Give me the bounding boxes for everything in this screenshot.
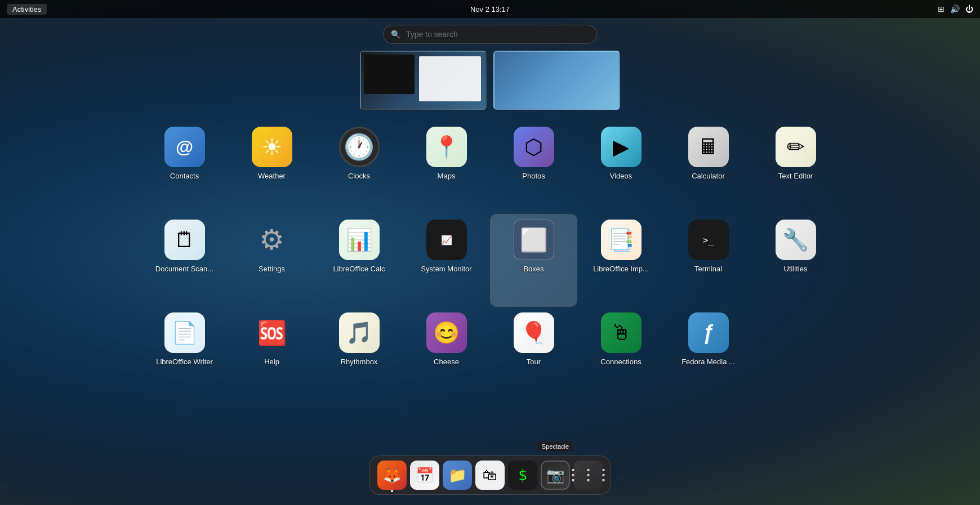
app-label-boxes: Boxes — [523, 265, 544, 273]
app-label-utilities: Utilities — [784, 265, 808, 273]
app-icon-doc-scanner[interactable]: 🗒Document Scan... — [141, 214, 228, 307]
volume-icon[interactable]: 🔊 — [950, 5, 960, 14]
app-icon-cheese[interactable]: 😊Cheese — [403, 307, 490, 400]
app-icon-videos[interactable]: ▶Videos — [577, 121, 665, 214]
app-icon-contacts[interactable]: @Contacts — [141, 121, 228, 214]
app-icon-text-editor[interactable]: ✏Text Editor — [752, 121, 839, 214]
app-label-text-editor: Text Editor — [778, 172, 813, 180]
dock-dot-firefox — [391, 490, 393, 492]
system-monitor-icon: 📈 — [426, 220, 467, 260]
maps-icon: 📍 — [426, 127, 467, 167]
contacts-icon: @ — [164, 127, 205, 167]
weather-icon: ☀ — [252, 127, 292, 167]
dock-icon-terminal-dock[interactable]: $ — [508, 461, 537, 490]
app-icon-photos[interactable]: ⬡Photos — [490, 121, 577, 214]
app-icon-system-monitor[interactable]: 📈System Monitor — [403, 214, 490, 307]
app-label-rhythmbox: Rhythmbox — [341, 357, 378, 366]
power-icon[interactable]: ⏻ — [965, 5, 973, 14]
dock-icon-files[interactable]: 📁 — [443, 461, 472, 490]
app-label-videos: Videos — [610, 172, 632, 180]
app-label-settings: Settings — [259, 265, 285, 273]
app-label-help: Help — [264, 357, 279, 366]
app-label-weather: Weather — [258, 172, 286, 180]
app-icon-calculator[interactable]: 🖩Calculator — [665, 121, 752, 214]
doc-scanner-icon: 🗒 — [164, 220, 205, 260]
app-icon-fedora-media[interactable]: ƒFedora Media ... — [665, 307, 752, 400]
app-label-libreoffice-writer: LibreOffice Writer — [156, 357, 213, 366]
app-grid: @Contacts☀Weather🕐Clocks📍Maps⬡Photos▶Vid… — [141, 121, 839, 400]
files-icon: 📁 — [448, 467, 466, 484]
calendar-icon: 📅 — [416, 467, 434, 484]
search-container: 🔍 — [383, 25, 597, 44]
app-label-fedora-media: Fedora Media ... — [681, 357, 735, 366]
app-label-clocks: Clocks — [348, 172, 370, 180]
dock-icon-calendar[interactable]: 📅 — [410, 461, 439, 490]
calculator-icon: 🖩 — [688, 127, 729, 167]
app-label-connections: Connections — [600, 357, 641, 366]
help-icon: 🆘 — [252, 312, 292, 353]
activities-button[interactable]: Activities — [7, 4, 47, 15]
dock-tooltip-spectacle: Spectacle — [537, 441, 573, 452]
app-label-libreoffice-impress: LibreOffice Imp... — [593, 265, 649, 273]
system-tray: ⊞ 🔊 ⏻ — [938, 5, 973, 14]
tour-icon: 🎈 — [514, 312, 554, 353]
libreoffice-calc-icon: 📊 — [339, 220, 380, 260]
firefox-icon: 🦊 — [383, 467, 401, 484]
search-icon: 🔍 — [391, 30, 400, 39]
app-icon-boxes[interactable]: ⬜Boxes — [490, 214, 577, 307]
window-preview-right[interactable] — [493, 51, 620, 110]
app-label-terminal: Terminal — [694, 265, 722, 273]
clock: Nov 2 13:17 — [470, 5, 510, 14]
connections-icon: 🖱 — [601, 312, 642, 353]
app-icon-libreoffice-impress[interactable]: 📑LibreOffice Imp... — [577, 214, 665, 307]
app-label-contacts: Contacts — [170, 172, 199, 180]
utilities-icon: 🔧 — [776, 220, 816, 260]
app-label-photos: Photos — [522, 172, 545, 180]
videos-icon: ▶ — [601, 127, 642, 167]
libreoffice-impress-icon: 📑 — [601, 220, 642, 260]
app-icon-utilities[interactable]: 🔧Utilities — [752, 214, 839, 307]
grid-apps-icon: ⋮⋮⋮ — [565, 468, 611, 482]
boxes-icon: ⬜ — [514, 220, 554, 260]
app-label-cheese: Cheese — [434, 357, 459, 366]
app-icon-maps[interactable]: 📍Maps — [403, 121, 490, 214]
search-input[interactable] — [383, 25, 597, 44]
terminal-icon: >_ — [688, 220, 729, 260]
dock-icon-grid-apps[interactable]: ⋮⋮⋮ — [573, 461, 603, 490]
app-icon-settings[interactable]: ⚙Settings — [228, 214, 315, 307]
dock: 🦊📅📁🛍$📷Spectacle⋮⋮⋮ — [369, 455, 611, 495]
app-label-calculator: Calculator — [692, 172, 725, 180]
settings-icon: ⚙ — [252, 220, 292, 260]
software-icon: 🛍 — [483, 467, 497, 484]
app-label-libreoffice-calc: LibreOffice Calc — [333, 265, 385, 273]
app-label-maps: Maps — [438, 172, 456, 180]
dock-icon-firefox[interactable]: 🦊 — [377, 461, 407, 490]
window-preview-left[interactable] — [360, 51, 487, 110]
app-icon-clocks[interactable]: 🕐Clocks — [315, 121, 403, 214]
app-icon-tour[interactable]: 🎈Tour — [490, 307, 577, 400]
spectacle-icon: 📷 — [546, 467, 564, 484]
cheese-icon: 😊 — [426, 312, 467, 353]
fedora-media-icon: ƒ — [688, 312, 729, 353]
app-icon-help[interactable]: 🆘Help — [228, 307, 315, 400]
app-icon-weather[interactable]: ☀Weather — [228, 121, 315, 214]
text-editor-icon: ✏ — [776, 127, 816, 167]
app-icon-rhythmbox[interactable]: 🎵Rhythmbox — [315, 307, 403, 400]
topbar: Activities Nov 2 13:17 ⊞ 🔊 ⏻ — [0, 0, 980, 18]
rhythmbox-icon: 🎵 — [339, 312, 380, 353]
terminal-dock-icon: $ — [518, 467, 527, 484]
clocks-icon: 🕐 — [339, 127, 380, 167]
dock-icon-software[interactable]: 🛍 — [475, 461, 505, 490]
libreoffice-writer-icon: 📄 — [164, 312, 205, 353]
app-label-system-monitor: System Monitor — [421, 265, 471, 273]
app-label-tour: Tour — [527, 357, 541, 366]
photos-icon: ⬡ — [514, 127, 554, 167]
app-icon-libreoffice-calc[interactable]: 📊LibreOffice Calc — [315, 214, 403, 307]
network-icon[interactable]: ⊞ — [938, 5, 945, 14]
app-icon-connections[interactable]: 🖱Connections — [577, 307, 665, 400]
window-previews — [360, 51, 620, 110]
app-label-doc-scanner: Document Scan... — [155, 265, 213, 273]
app-icon-terminal[interactable]: >_Terminal — [665, 214, 752, 307]
app-icon-libreoffice-writer[interactable]: 📄LibreOffice Writer — [141, 307, 228, 400]
